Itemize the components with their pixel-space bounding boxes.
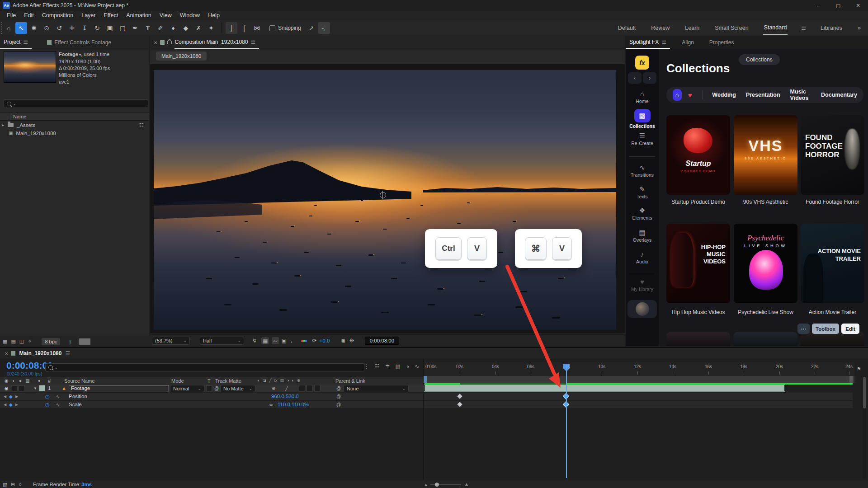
template-card-startup[interactable]: Startup PRODUCT DEMO	[666, 115, 730, 195]
workspace-menu-icon[interactable]: ☰	[801, 25, 806, 31]
property-pickwhip-icon[interactable]: @	[336, 394, 341, 399]
draft-3d-icon[interactable]: ☷	[375, 363, 380, 370]
parent-link-column-header[interactable]: Parent & Link	[335, 378, 365, 384]
mask-mode-1-icon[interactable]: ⌡	[226, 22, 237, 34]
pen-tool[interactable]: ✒	[129, 22, 141, 34]
clone-stamp-tool[interactable]: ♦	[167, 22, 179, 34]
work-area-bar[interactable]	[424, 376, 854, 383]
exposure-value[interactable]: +0.0	[320, 338, 330, 343]
comp-viewer-image[interactable]	[154, 70, 616, 330]
mode-column-header[interactable]: Mode	[171, 378, 184, 384]
t-column-header[interactable]: T	[208, 378, 211, 384]
nav-collections[interactable]: ▩ Collections	[626, 109, 659, 129]
trash-icon[interactable]: ▯	[68, 338, 71, 345]
search-project-icon[interactable]: ◫	[19, 338, 24, 344]
layer-row[interactable]: ◉ ▼ 1 ▲ Footage Normal⌄ @ No Matte⌄ ⊕ ╱ …	[0, 385, 424, 392]
home-tool[interactable]: ⌂	[3, 22, 14, 34]
workspace-small-screen[interactable]: Small Screen	[714, 21, 749, 35]
mask-mode-2-icon[interactable]: ⌠	[238, 22, 250, 34]
brush-tool[interactable]: ✐	[155, 22, 166, 34]
track-matte-dropdown[interactable]: No Matte⌄	[220, 385, 255, 392]
expand-arrow-icon[interactable]: ▸	[2, 122, 4, 127]
dolly-camera-tool[interactable]: ↧	[79, 22, 90, 34]
tab-composition[interactable]: Composition Main_1920x1080☰	[175, 36, 259, 49]
timeline-tab[interactable]: Main_1920x1080	[19, 350, 61, 357]
interpret-footage-icon[interactable]: ✧	[28, 338, 32, 344]
chat-bubble-icon[interactable]: ⋯	[797, 324, 810, 334]
menu-edit[interactable]: Edit	[20, 12, 38, 19]
timeline-search-input[interactable]: ⌄	[45, 363, 364, 371]
menu-view[interactable]: View	[156, 12, 176, 19]
expand-in-out-icon[interactable]: ◊	[19, 482, 21, 487]
list-view-icon[interactable]: ▦	[3, 338, 7, 344]
comp-marker-bin-icon[interactable]: ⚑	[857, 366, 861, 372]
template-card-found-footage[interactable]: FOUNDFOOTAGEHORROR	[801, 115, 864, 195]
menu-animation[interactable]: Animation	[122, 12, 156, 19]
prev-keyframe-arrow[interactable]: ◀	[4, 403, 6, 407]
template-card-hiphop[interactable]: HIP-HOPMUSICVIDEOS	[666, 224, 730, 303]
collections-top-pill[interactable]: Collections	[739, 54, 780, 65]
close-tab-icon[interactable]: ✕	[154, 40, 157, 45]
motion-blur-icon[interactable]: ◑	[406, 363, 409, 370]
parent-dropdown[interactable]: None⌄	[344, 385, 409, 392]
keyframe-at-time-icon[interactable]: ◆	[9, 402, 13, 407]
work-area-end-handle[interactable]	[849, 376, 853, 383]
mask-visibility-icon[interactable]: ▱	[272, 337, 278, 344]
layer-visibility-eye-icon[interactable]: ◉	[5, 386, 9, 391]
workspace-overflow-icon[interactable]: »	[857, 21, 862, 35]
expand-layer-switches-icon[interactable]: ▧	[3, 482, 7, 488]
prev-keyframe-arrow[interactable]: ◀	[4, 394, 6, 399]
type-tool[interactable]: T	[142, 22, 154, 34]
solo-toggle[interactable]	[19, 385, 24, 391]
comp-timecode[interactable]: 0:00:08:00	[365, 337, 399, 345]
nav-overlays[interactable]: ▤ Overlays	[626, 229, 659, 243]
filter-presentation[interactable]: Presentation	[746, 92, 780, 98]
minimize-button[interactable]: –	[808, 0, 828, 11]
layer-label-swatch[interactable]	[39, 385, 45, 391]
composition-mini-flowchart-icon[interactable]: ⋮	[364, 363, 369, 370]
transparency-grid-icon[interactable]: ▦	[261, 337, 269, 344]
keyframe-at-time-icon[interactable]: ◆	[9, 394, 13, 399]
channel-icon[interactable]	[301, 340, 307, 342]
template-card-partial[interactable]	[666, 332, 730, 346]
scale-property-row[interactable]: ◀ ◆ ▶ ◷ ∿ Scale ∞ 110.0,110.0% @	[0, 401, 424, 408]
eraser-tool[interactable]: ◆	[180, 22, 192, 34]
blend-mode-dropdown[interactable]: Normal⌄	[170, 385, 204, 392]
expand-transfer-controls-icon[interactable]: ⊞	[11, 482, 15, 488]
template-card-psychedelic[interactable]: Psychedelic LIVE SHOW	[734, 224, 797, 303]
audio-toggle[interactable]	[12, 385, 18, 391]
project-row-main-comp[interactable]: ▣ Main_1920x1080	[0, 129, 149, 137]
workspace-libraries[interactable]: Libraries	[820, 21, 843, 35]
parent-pickwhip-icon[interactable]: @	[336, 386, 341, 391]
snapping-toggle[interactable]: Snapping	[269, 25, 301, 31]
camera-tool[interactable]: ▣	[104, 22, 116, 34]
bit-depth-button[interactable]: 8 bpc	[42, 338, 60, 345]
track-matte-column-header[interactable]: Track Matte	[215, 378, 241, 384]
rotation-tool[interactable]: ↻	[91, 22, 103, 34]
close-button[interactable]: ✕	[848, 0, 868, 11]
menu-effect[interactable]: Effect	[99, 12, 122, 19]
layer-duration-bar[interactable]	[424, 385, 785, 392]
graph-editor-icon[interactable]: ∿	[415, 363, 419, 370]
nav-back-button[interactable]: ‹	[628, 72, 642, 84]
zoom-out-mountain-icon[interactable]: ▲	[424, 483, 428, 487]
workspace-review[interactable]: Review	[650, 21, 670, 35]
region-of-interest-icon[interactable]: ▣	[282, 338, 287, 344]
motion-blur-switch[interactable]	[314, 385, 321, 391]
workspace-default[interactable]: Default	[617, 21, 637, 35]
nav-audio[interactable]: ♪ Audio	[626, 251, 659, 264]
fast-previews-icon[interactable]: ↯	[252, 338, 257, 344]
next-keyframe-arrow[interactable]: ▶	[15, 403, 18, 407]
hand-tool[interactable]: ✱	[28, 22, 40, 34]
tab-align[interactable]: Align	[678, 37, 698, 48]
template-card-action[interactable]: ACTION MOVIETRAILER	[801, 224, 864, 303]
project-search-input[interactable]: ⌄	[4, 99, 148, 108]
shape-tool[interactable]: ▢	[117, 22, 128, 34]
layer-twirl-arrow[interactable]: ▼	[33, 386, 37, 390]
scale-graph-row[interactable]	[424, 401, 853, 408]
scrollbar-thumb[interactable]	[863, 377, 866, 408]
workspace-learn[interactable]: Learn	[684, 21, 700, 35]
roto-brush-tool[interactable]: ✗	[193, 22, 204, 34]
menu-layer[interactable]: Layer	[77, 12, 99, 19]
nav-forward-button[interactable]: ›	[643, 72, 656, 84]
